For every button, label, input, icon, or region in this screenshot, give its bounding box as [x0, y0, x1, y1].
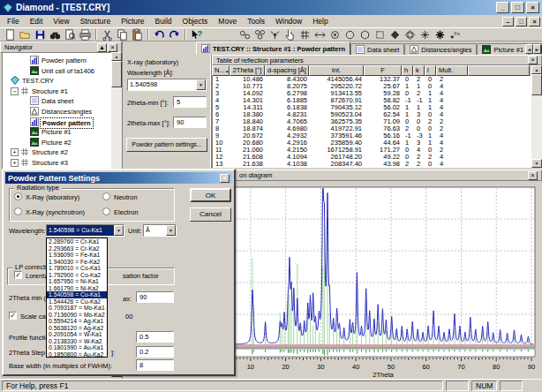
tree-item-powder-pattern-6[interactable]: Powder pattern	[3, 117, 109, 128]
table-row-9[interactable]: 920.6724.2932373591.4656.16-1-314	[213, 132, 542, 139]
rings-icon[interactable]	[252, 28, 267, 41]
save-icon[interactable]	[33, 28, 48, 41]
circle-icon[interactable]	[343, 28, 358, 41]
maximize-icon[interactable]: □	[511, 2, 524, 13]
mdi-restore-icon[interactable]: □	[516, 17, 527, 26]
dialog-wavelength-combo[interactable]: 1.540598 = Cu-Ka1 ▼	[46, 224, 124, 237]
new-icon[interactable]	[3, 28, 18, 41]
close-icon[interactable]: ×	[526, 2, 539, 13]
minimize-icon[interactable]: _	[496, 2, 509, 13]
table-row-5[interactable]: 514.3116.1838790435.1256.021114	[213, 104, 542, 111]
tree-item-unit-cell-of-ta1406-1[interactable]: Unit cell of ta1406	[3, 66, 109, 77]
paste-icon[interactable]	[130, 28, 145, 41]
wavelength-option-12[interactable]: 0.5594214 = Ag-Ka1	[47, 318, 107, 325]
theta-step-field[interactable]: 0.2	[136, 346, 174, 358]
lorentz-checkbox[interactable]: ✓	[14, 271, 22, 279]
pick-icon[interactable]	[282, 28, 297, 41]
table-row-12[interactable]: 1221.6084.1094261748.2049.220224	[213, 154, 542, 161]
lattice-icon[interactable]	[297, 28, 312, 41]
mdi-minimize-icon[interactable]: –	[502, 17, 514, 26]
navigator-close-icon[interactable]: ×	[108, 43, 117, 52]
tree-item-picture-1-7[interactable]: Picture #1	[3, 127, 109, 138]
column-header-filler[interactable]	[468, 65, 530, 76]
wavelength-dropdown-list[interactable]: 2.289760 = Cr-Ka12.293663 = Cr-Ka21.9360…	[46, 237, 108, 358]
table-row-13[interactable]: 1321.6384.1038208347.4043.982204	[213, 161, 542, 168]
wavelength-option-14[interactable]: 0.2091054 = W-Ka1	[47, 331, 107, 338]
wavelength-option-2[interactable]: 1.936090 = Fe-Ka1	[47, 252, 107, 259]
cell-box-icon[interactable]	[373, 28, 388, 41]
atoms-icon[interactable]	[237, 28, 252, 41]
radio-neutron[interactable]	[102, 192, 110, 200]
column-header-2theta[interactable]: 2Theta [°]	[230, 65, 265, 76]
table-row-6[interactable]: 618.3804.8231590523.0462.541304	[213, 111, 542, 118]
radio-electron[interactable]	[102, 207, 110, 215]
wavelength-option-7[interactable]: 1.661790 = Ni-Ka2	[47, 285, 107, 292]
column-header-int[interactable]: Int.	[309, 65, 364, 76]
find-icon[interactable]	[48, 28, 63, 41]
table-close-icon[interactable]: ×	[528, 56, 538, 64]
wavelength-option-11[interactable]: 0.7136090 = Mo-Ka2	[47, 312, 107, 319]
title-bar[interactable]: Diamond - [TEST.CRY] _ □ ×	[0, 0, 542, 15]
fe-atom-icon[interactable]: Fe	[448, 28, 463, 41]
table-row-8[interactable]: 818.8744.6980419722.9176.632002	[213, 125, 542, 132]
atom-dot-icon[interactable]	[327, 28, 343, 41]
menu-structure[interactable]: Structure	[75, 16, 117, 26]
move-arrows-icon[interactable]	[312, 28, 327, 41]
expander-plus-icon[interactable]: +	[11, 159, 19, 167]
undo-icon[interactable]	[152, 28, 167, 41]
scroll-up-icon[interactable]: ▲	[531, 65, 542, 74]
diamond-icon[interactable]	[388, 28, 403, 41]
menu-window[interactable]: Window	[270, 16, 307, 26]
ok-button[interactable]: OK	[190, 188, 231, 202]
column-header-d-spacing[interactable]: d-spacing [Å]	[265, 65, 309, 76]
column-header-l[interactable]: l	[425, 65, 436, 76]
column-header-k[interactable]: k	[413, 65, 425, 76]
tree-item-picture-2-8[interactable]: Picture #2	[3, 138, 109, 148]
powder-pattern-settings-button[interactable]: Powder pattern settings...	[126, 138, 207, 152]
scale-checkbox[interactable]: ✓	[9, 312, 17, 320]
chevron-down-icon[interactable]: ▼	[196, 79, 206, 90]
theta-max-field[interactable]: 90	[173, 117, 207, 128]
radio-x-ray-synchrotron[interactable]	[14, 207, 22, 215]
wavelength-option-0[interactable]: 2.289760 = Cr-Ka1	[47, 238, 107, 245]
table-row-2[interactable]: 210.7718.2075295220.7225.671104	[213, 83, 542, 90]
chevron-down-icon[interactable]: ▼	[166, 225, 176, 236]
wavelength-option-6[interactable]: 1.657950 = Ni-Ka1	[47, 278, 107, 285]
pin-icon[interactable]: ▲	[97, 43, 107, 52]
wavelength-option-5[interactable]: 1.792900 = Co-Ka2	[47, 272, 107, 279]
menu-objects[interactable]: Objects	[177, 16, 214, 26]
open-icon[interactable]	[18, 28, 33, 41]
tree-item-test-cry-2[interactable]: TEST.CRY	[3, 76, 109, 87]
fragment-icon[interactable]	[267, 28, 282, 41]
tab-distances-angles[interactable]: Distances/angles	[404, 43, 477, 55]
star-bold-icon[interactable]	[433, 28, 448, 41]
menu-help[interactable]: Help	[307, 16, 333, 26]
wavelength-combo[interactable]: 1.540598 ▼	[127, 79, 207, 91]
base-width-field[interactable]: 8	[136, 359, 174, 371]
print-icon[interactable]	[78, 28, 93, 41]
cut-icon[interactable]	[100, 28, 115, 41]
dialog-theta-max-field[interactable]: 90	[136, 291, 174, 303]
tree-item-structure-2-9[interactable]: +Structure #2	[3, 147, 109, 158]
wavelength-option-3[interactable]: 1.940030 = Fe-Ka2	[47, 259, 107, 266]
menu-tools[interactable]: Tools	[242, 16, 270, 26]
polyhedron-icon[interactable]	[403, 28, 418, 41]
redo-icon[interactable]	[167, 28, 182, 41]
menu-move[interactable]: Move	[213, 16, 242, 26]
hexagon-icon[interactable]	[358, 28, 373, 41]
tree-item-distances-angles-5[interactable]: Distances/angles	[3, 107, 109, 117]
mdi-close-icon[interactable]: ×	[529, 17, 540, 26]
column-header-f[interactable]: F	[364, 65, 402, 76]
wavelength-option-4[interactable]: 1.789010 = Co-Ka1	[47, 265, 107, 272]
unit-combo[interactable]: Å ▼	[143, 224, 177, 237]
table-row-4[interactable]: 414.3016.1885872670.9158.82-1-114	[213, 97, 542, 104]
theta-min-field[interactable]: 5	[173, 96, 207, 108]
wavelength-option-15[interactable]: 0.2138330 = W-Ka2	[47, 338, 107, 345]
wavelength-option-9[interactable]: 1.544426 = Cu-Ka2	[47, 298, 107, 305]
tree-item-data-sheet-4[interactable]: Data sheet	[3, 96, 109, 107]
chevron-down-icon[interactable]: ▼	[114, 225, 124, 236]
scroll-up-icon[interactable]: ▲	[111, 52, 122, 61]
tree-item-powder-pattern-0[interactable]: Powder pattern	[3, 56, 109, 66]
menu-view[interactable]: View	[48, 16, 74, 26]
scroll-down-icon[interactable]: ▼	[531, 159, 542, 168]
